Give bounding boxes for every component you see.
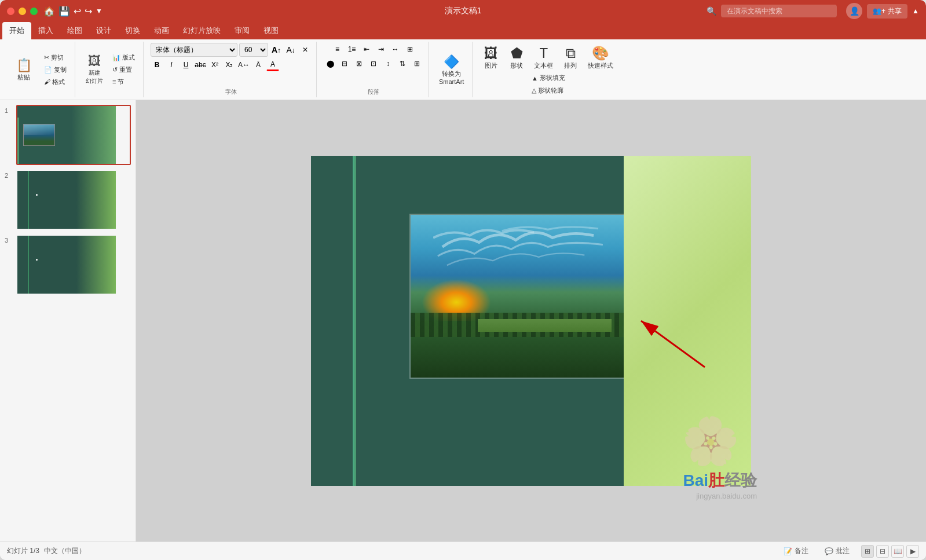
text-direction-button[interactable]: ⇅ bbox=[396, 57, 409, 70]
notes-button[interactable]: 📝 备注 bbox=[779, 545, 813, 557]
paste-button[interactable]: 📋 粘贴 bbox=[9, 56, 38, 84]
smartart-icon: 🔷 bbox=[444, 54, 459, 69]
tab-review[interactable]: 审阅 bbox=[228, 22, 257, 39]
shape-button[interactable]: ⬟ 形状 bbox=[505, 43, 528, 72]
slide-photo[interactable] bbox=[409, 214, 635, 379]
font-color-button[interactable]: A bbox=[266, 58, 279, 71]
window-title: 演示文稿1 bbox=[445, 6, 482, 16]
slide-thumbnail-2[interactable] bbox=[16, 170, 131, 230]
picture-icon: 🖼 bbox=[484, 45, 498, 61]
font-group-label: 字体 bbox=[225, 86, 237, 96]
layout-button[interactable]: 📊 版式 bbox=[109, 52, 138, 63]
redo-icon[interactable]: ↪ bbox=[85, 6, 92, 17]
clear-format-button[interactable]: ✕ bbox=[299, 43, 312, 56]
reset-button[interactable]: ↺ 重置 bbox=[109, 64, 138, 75]
tab-insert[interactable]: 插入 bbox=[31, 22, 60, 39]
superscript-button[interactable]: X² bbox=[208, 58, 221, 71]
search-input[interactable] bbox=[721, 5, 837, 17]
reset-icon: ↺ bbox=[112, 66, 118, 74]
align-center-button[interactable]: ⊟ bbox=[338, 57, 351, 70]
font-family-select[interactable]: 宋体（标题） bbox=[151, 43, 237, 57]
tab-animations[interactable]: 动画 bbox=[147, 22, 176, 39]
shape-icon: ⬟ bbox=[511, 45, 523, 61]
slide-thumb-2[interactable]: 2 bbox=[5, 170, 131, 230]
strikethrough-button[interactable]: abc bbox=[194, 58, 207, 71]
quick-styles-button[interactable]: 🎨 快速样式 bbox=[584, 43, 617, 72]
font-spacing-button[interactable]: A↔ bbox=[237, 58, 250, 71]
slide-thumbnail-1[interactable] bbox=[16, 105, 131, 165]
maximize-button[interactable] bbox=[30, 8, 38, 15]
text-align-v-button[interactable]: ⊞ bbox=[411, 57, 423, 70]
slideshow-view-icon[interactable]: ▶ bbox=[906, 545, 919, 558]
shape-fill-button[interactable]: ▲ 形状填充 bbox=[528, 72, 569, 83]
home-icon[interactable]: 🏠 bbox=[43, 6, 55, 17]
slide-thumbnail-3[interactable] bbox=[16, 235, 131, 295]
cut-button[interactable]: ✂ 剪切 bbox=[41, 52, 70, 63]
font-size-select[interactable]: 60 bbox=[239, 43, 268, 57]
slide-wrapper: 🌸 Bai肚经验 jingy bbox=[311, 156, 751, 486]
slide-canvas[interactable]: 🌸 bbox=[311, 156, 751, 486]
clipboard-items: 📋 粘贴 ✂ 剪切 📄 复制 🖌 bbox=[9, 43, 70, 96]
close-button[interactable] bbox=[7, 8, 14, 15]
main-area: 1 2 bbox=[0, 100, 926, 541]
user-avatar[interactable]: 👤 bbox=[846, 3, 862, 19]
slide-thumb-1[interactable]: 1 bbox=[5, 105, 131, 165]
new-slide-button[interactable]: 🖼 新建幻灯片 bbox=[82, 52, 107, 87]
convert-smartart-button[interactable]: 🔷 转换为SmartArt bbox=[435, 52, 467, 87]
minimize-button[interactable] bbox=[19, 8, 26, 15]
slide-sorter-icon[interactable]: ⊟ bbox=[876, 545, 889, 558]
slide-num-2: 2 bbox=[5, 170, 13, 179]
tab-view[interactable]: 视图 bbox=[257, 22, 286, 39]
align-right-button[interactable]: ⊠ bbox=[353, 57, 365, 70]
undo-icon[interactable]: ↩ bbox=[74, 6, 81, 17]
line-spacing-button[interactable]: ↕ bbox=[382, 57, 394, 70]
reading-view-icon[interactable]: 📖 bbox=[891, 545, 904, 558]
layout-icon: 📊 bbox=[112, 54, 120, 61]
window-controls bbox=[7, 8, 38, 15]
tab-slideshow[interactable]: 幻灯片放映 bbox=[176, 22, 228, 39]
tab-design[interactable]: 设计 bbox=[89, 22, 118, 39]
paragraph-direction-button[interactable]: ↔ bbox=[389, 43, 402, 56]
copy-button[interactable]: 📄 复制 bbox=[41, 64, 70, 75]
new-slide-icon: 🖼 bbox=[88, 54, 101, 69]
app-window: 🏠 💾 ↩ ↪ ▼ 演示文稿1 🔍 👤 👥+ 共享 ▲ 开始 插入 绘图 设计 … bbox=[0, 0, 926, 560]
increase-indent-button[interactable]: ⇥ bbox=[375, 43, 387, 56]
columns-button[interactable]: ⊞ bbox=[404, 43, 416, 56]
justify-button[interactable]: ⊡ bbox=[367, 57, 380, 70]
format-paint-button[interactable]: 🖌 格式 bbox=[41, 76, 70, 87]
tab-home[interactable]: 开始 bbox=[2, 22, 31, 39]
decrease-font-button[interactable]: A↓ bbox=[284, 43, 297, 56]
normal-view-icon[interactable]: ⊞ bbox=[861, 545, 874, 558]
picture-button[interactable]: 🖼 图片 bbox=[480, 43, 503, 72]
decrease-indent-button[interactable]: ⇤ bbox=[360, 43, 373, 56]
increase-font-button[interactable]: A↑ bbox=[270, 43, 283, 56]
cut-icon: ✂ bbox=[44, 54, 49, 61]
section-icon: ≡ bbox=[112, 78, 116, 85]
arrange-icon: ⧉ bbox=[566, 45, 576, 61]
ribbon-group-paragraph: ≡ 1≡ ⇤ ⇥ ↔ ⊞ ⬤ ⊟ ⊠ ⊡ ↕ ⇅ ⊞ bbox=[319, 42, 429, 97]
numbered-list-button[interactable]: 1≡ bbox=[346, 43, 358, 56]
comments-button[interactable]: 💬 批注 bbox=[820, 545, 854, 557]
share-icon: 👥+ bbox=[873, 7, 885, 15]
tab-transitions[interactable]: 切换 bbox=[118, 22, 147, 39]
textbox-button[interactable]: T 文本框 bbox=[530, 43, 557, 72]
share-button[interactable]: 👥+ 共享 bbox=[867, 4, 907, 19]
slide-right-section: 🌸 bbox=[624, 156, 751, 486]
underline-button[interactable]: U bbox=[180, 58, 192, 71]
save-icon[interactable]: 💾 bbox=[58, 6, 70, 17]
section-button[interactable]: ≡ 节 bbox=[109, 76, 138, 87]
chevron-up-icon[interactable]: ▲ bbox=[912, 7, 919, 15]
align-left-button[interactable]: ⬤ bbox=[324, 57, 336, 70]
italic-button[interactable]: I bbox=[165, 58, 178, 71]
shape-outline-button[interactable]: △ 形状轮廓 bbox=[528, 85, 567, 96]
bullet-list-button[interactable]: ≡ bbox=[331, 43, 344, 56]
slide-thumb-3[interactable]: 3 bbox=[5, 235, 131, 295]
subscript-button[interactable]: X₂ bbox=[223, 58, 236, 71]
shape-outline-icon: △ bbox=[532, 87, 536, 94]
arrange-button[interactable]: ⧉ 排列 bbox=[559, 43, 582, 72]
paragraph-group-label: 段落 bbox=[368, 86, 379, 96]
dropdown-icon[interactable]: ▼ bbox=[96, 7, 103, 15]
font-height-button[interactable]: Ā bbox=[252, 58, 265, 71]
tab-draw[interactable]: 绘图 bbox=[60, 22, 89, 39]
bold-button[interactable]: B bbox=[151, 58, 163, 71]
